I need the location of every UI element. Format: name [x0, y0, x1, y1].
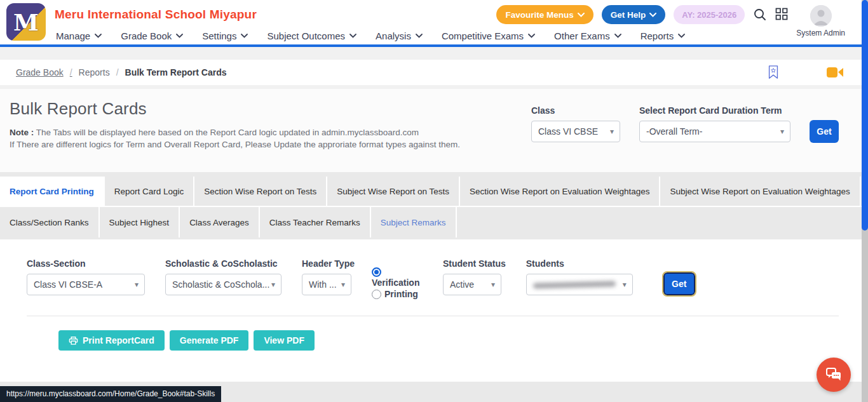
nav-item-label: Manage	[56, 30, 90, 41]
scrollbar-track[interactable]	[862, 0, 868, 402]
printing-radio[interactable]	[372, 290, 381, 299]
chevron-down-icon	[416, 34, 423, 38]
school-name: Meru International School Miyapur	[55, 8, 257, 22]
student-status-field: Student Status Active	[443, 258, 506, 295]
breadcrumb-item[interactable]: Grade Book	[16, 67, 79, 77]
filter-row: Class-Section Class VI CBSE-A Scholastic…	[27, 258, 868, 299]
class-section-field: Class-Section Class VI CBSE-A	[27, 258, 145, 295]
academic-year-badge: AY: 2025-2026	[674, 5, 745, 24]
students-field: Students	[526, 258, 633, 295]
speech-bubbles-icon	[824, 366, 843, 383]
student-status-label: Student Status	[443, 258, 506, 269]
action-buttons: Print ReportCard Generate PDF View PDF	[58, 330, 868, 351]
tab[interactable]: Section Wise Report on Evaluation Weight…	[460, 177, 660, 206]
student-status-select[interactable]: Active	[443, 274, 501, 295]
apps-grid-icon[interactable]	[775, 8, 788, 23]
breadcrumb-item[interactable]: Bulk Term Report Cards	[125, 67, 227, 77]
tab-row-1: Report Card PrintingReport Card LogicSec…	[0, 177, 868, 207]
tab[interactable]: Class/Section Ranks	[0, 207, 100, 238]
print-reportcard-label: Print ReportCard	[83, 335, 154, 345]
class-section-label: Class-Section	[27, 258, 145, 269]
students-label: Students	[526, 258, 633, 269]
class-select-value: Class VI CBSE	[538, 126, 598, 137]
get-button-top[interactable]: Get	[810, 120, 839, 143]
tab[interactable]: Report Card Printing	[0, 177, 105, 206]
redacted-student-name	[533, 281, 616, 288]
term-select-value: -Overall Term-	[646, 126, 702, 137]
nav-item[interactable]: Analysis	[376, 30, 423, 41]
generate-pdf-button[interactable]: Generate PDF	[170, 330, 249, 351]
class-field: Class Class VI CBSE	[531, 105, 620, 142]
nav-item-label: Subject Outcomes	[267, 30, 345, 41]
favourite-menus-label: Favourite Menus	[505, 10, 573, 20]
nav-item-label: Settings	[202, 30, 236, 41]
class-select[interactable]: Class VI CBSE	[531, 121, 620, 142]
scrollbar-thumb[interactable]	[862, 0, 868, 231]
printer-icon	[69, 336, 78, 345]
tab[interactable]: Class Teacher Remarks	[260, 207, 371, 238]
print-reportcard-button[interactable]: Print ReportCard	[58, 330, 165, 351]
header-type-field: Header Type With ...	[302, 258, 351, 295]
nav-item-label: Grade Book	[121, 30, 172, 41]
nav-item[interactable]: Subject Outcomes	[267, 30, 356, 41]
chevron-down-icon	[95, 34, 102, 38]
note-label: Note :	[10, 128, 34, 137]
search-icon[interactable]	[753, 8, 767, 24]
tab-row-2: Class/Section RanksSubject HighestClass …	[0, 207, 868, 238]
note-line2: If There are different logics for Term a…	[10, 140, 460, 149]
breadcrumb-row: Grade BookReportsBulk Term Report Cards	[0, 60, 868, 85]
favourite-menus-button[interactable]: Favourite Menus	[496, 5, 593, 24]
tab[interactable]: Class Averages	[180, 207, 260, 238]
printing-radio-label: Printing	[384, 289, 418, 299]
app-header: M Meru International School Miyapur Mana…	[0, 0, 868, 47]
header-type-value: With ...	[309, 279, 337, 290]
view-pdf-button[interactable]: View PDF	[254, 330, 315, 351]
bookmark-star-icon[interactable]	[766, 64, 780, 81]
scholastic-value: Scholastic & CoSchola...	[172, 279, 269, 290]
scholastic-field: Scholastic & CoScholastic Scholastic & C…	[165, 258, 281, 295]
user-menu: System Admin	[796, 5, 845, 37]
nav-item[interactable]: Grade Book	[121, 30, 183, 41]
link-preview-statusbar: https://meru.myclassboard.com/Home/Grade…	[0, 386, 221, 402]
verification-radio[interactable]	[372, 267, 381, 277]
student-status-value: Active	[450, 279, 474, 290]
breadcrumb-item[interactable]: Reports	[79, 67, 125, 77]
chevron-down-icon	[649, 13, 656, 17]
scholastic-label: Scholastic & CoScholastic	[165, 258, 281, 269]
note-line1: The Tabs will be displayed here based on…	[36, 128, 419, 137]
report-tabs: Report Card PrintingReport Card LogicSec…	[0, 172, 868, 239]
header-type-select[interactable]: With ...	[302, 274, 351, 295]
header-toolbar: Favourite Menus Get Help AY: 2025-2026 S…	[496, 5, 845, 37]
avatar[interactable]	[810, 5, 832, 27]
scholastic-select[interactable]: Scholastic & CoSchola...	[165, 274, 281, 295]
get-help-label: Get Help	[611, 10, 646, 20]
students-select[interactable]	[526, 274, 633, 295]
header-type-label: Header Type	[302, 258, 348, 269]
page-action-icons	[766, 64, 844, 81]
tab[interactable]: Section Wise Report on Tests	[194, 177, 327, 206]
class-section-select[interactable]: Class VI CBSE-A	[27, 274, 145, 295]
app-window: M Meru International School Miyapur Mana…	[0, 0, 868, 402]
tab[interactable]: Subject Wise Report on Tests	[327, 177, 460, 206]
get-button-form[interactable]: Get	[663, 272, 695, 295]
tab[interactable]: Subject Wise Report on Evaluation Weight…	[660, 177, 860, 206]
nav-item-label: Analysis	[376, 30, 411, 41]
page-intro: Bulk Report Cards Note : The Tabs will b…	[0, 89, 868, 172]
verification-radio-label[interactable]: Verification	[372, 278, 426, 288]
tab[interactable]: Subject Remarks	[371, 207, 457, 238]
video-camera-icon[interactable]	[826, 65, 844, 79]
nav-item[interactable]: Manage	[56, 30, 102, 41]
printing-radio-option[interactable]: Printing	[372, 289, 426, 299]
get-help-button[interactable]: Get Help	[602, 5, 666, 24]
chat-button[interactable]	[817, 358, 851, 392]
chevron-down-icon	[578, 13, 585, 17]
school-logo[interactable]: M	[6, 3, 46, 41]
term-select[interactable]: -Overall Term-	[639, 121, 790, 142]
nav-item[interactable]: Settings	[202, 30, 248, 41]
intro-controls: Class Class VI CBSE Select Report Card D…	[531, 89, 839, 172]
page-title: Bulk Report Cards	[10, 99, 492, 119]
tab[interactable]: Report Card Logic	[105, 177, 195, 206]
tab[interactable]: Subject Highest	[100, 207, 180, 238]
term-label: Select Report Card Duration Term	[639, 105, 790, 116]
report-card-printing-panel: Class-Section Class VI CBSE-A Scholastic…	[0, 239, 868, 382]
